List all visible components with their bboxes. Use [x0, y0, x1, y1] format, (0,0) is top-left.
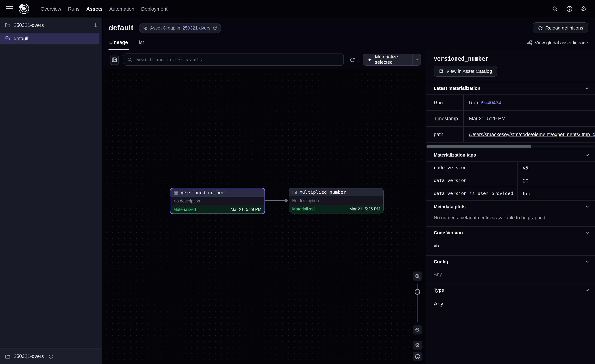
asset-group-icon — [5, 36, 10, 41]
tabs-row: Lineage List View global asset lineage — [102, 36, 595, 50]
scrollbar-thumb[interactable] — [426, 145, 531, 148]
asset-group-icon — [143, 25, 148, 30]
collapse-sidebar-button[interactable] — [110, 54, 119, 65]
asset-search[interactable] — [123, 53, 344, 66]
refresh-graph-button[interactable] — [348, 55, 356, 64]
horizontal-scrollbar[interactable] — [426, 145, 595, 148]
page-title: default — [108, 23, 133, 32]
section-config[interactable]: Config — [426, 255, 595, 268]
lineage-toolbar: Materialize selected — [102, 50, 426, 69]
external-link-icon — [439, 69, 444, 74]
menu-icon[interactable] — [6, 6, 13, 11]
feedback-smiley-icon[interactable] — [413, 352, 422, 361]
tab-list[interactable]: List — [135, 36, 145, 50]
topnav-actions: ⚙ — [550, 3, 589, 14]
section-metadata-plots[interactable]: Metadata plots — [426, 200, 595, 213]
asset-description: No description — [170, 197, 264, 205]
lineage-graph-icon — [527, 40, 532, 45]
table-row: code_version v5 — [426, 161, 595, 174]
table-row: Run Run c9a40434 — [426, 94, 595, 110]
sidebar-footer[interactable]: 250321-dvers — [0, 348, 102, 364]
lineage-edge — [265, 200, 288, 201]
tab-lineage[interactable]: Lineage — [108, 36, 129, 50]
section-materialization-tags[interactable]: Materialization tags — [426, 149, 595, 161]
config-value: Any — [426, 268, 595, 284]
chevron-down-icon[interactable] — [585, 288, 590, 293]
asset-sidebar: 250321-dvers 1 default 250321-dvers — [0, 17, 102, 364]
table-icon — [173, 190, 178, 195]
zoom-out-button[interactable] — [413, 325, 422, 335]
page-header: default Asset Group in 250321-dvers — [102, 17, 595, 36]
asset-name: multiplied_number — [299, 190, 346, 195]
status-badge: Materialized — [173, 207, 196, 211]
nav-item-overview[interactable]: Overview — [37, 4, 64, 14]
gear-icon[interactable]: ⚙ — [578, 3, 589, 14]
chevron-down-icon[interactable] — [585, 86, 590, 91]
app: Overview Runs Assets Automation Deployme… — [0, 0, 595, 364]
nav-item-runs[interactable]: Runs — [64, 4, 83, 14]
asset-detail-title: versioned_number — [426, 50, 595, 66]
zoom-slider-handle[interactable] — [415, 289, 420, 295]
run-id-link[interactable]: c9a40434 — [480, 100, 501, 105]
chevron-down-icon[interactable] — [585, 204, 590, 209]
view-global-lineage-link[interactable]: View global asset lineage — [527, 40, 588, 45]
zoom-slider[interactable] — [413, 283, 422, 323]
zoom-in-button[interactable] — [413, 272, 422, 280]
chevron-down-icon[interactable] — [585, 231, 590, 235]
chevron-down-icon[interactable] — [585, 259, 590, 264]
path-link[interactable]: /Users/smackesey/stm/code/elementl/exper… — [469, 132, 595, 137]
lineage-canvas[interactable]: versioned_number No description Material… — [102, 69, 426, 364]
folder-icon — [5, 22, 10, 28]
main-nav: Overview Runs Assets Automation Deployme… — [37, 4, 171, 14]
refresh-icon[interactable] — [212, 26, 217, 30]
materialize-dropdown-caret[interactable] — [412, 54, 421, 65]
section-code-version[interactable]: Code Version — [426, 226, 595, 239]
reload-definitions-button[interactable]: Reload definitions — [533, 22, 588, 33]
sidebar-group-row[interactable]: 250321-dvers 1 — [0, 17, 102, 33]
table-icon — [292, 190, 297, 195]
folder-icon — [5, 354, 10, 359]
metadata-plots-empty-text: No numeric metadata entries available to… — [426, 213, 595, 226]
section-type[interactable]: Type — [426, 284, 595, 296]
sidebar-footer-label: 250321-dvers — [14, 353, 44, 359]
type-value: Any — [426, 296, 595, 314]
help-icon[interactable] — [564, 3, 574, 14]
table-row: path /Users/smackesey/stm/code/elementl/… — [426, 126, 595, 142]
view-in-asset-catalog-button[interactable]: View in Asset Catalog — [434, 66, 497, 77]
canvas-settings-gear-icon[interactable]: ⚙ — [413, 341, 422, 350]
sidebar-item-label: default — [14, 35, 28, 41]
nav-item-automation[interactable]: Automation — [106, 4, 138, 14]
refresh-icon[interactable] — [48, 354, 53, 359]
asset-search-input[interactable] — [135, 56, 340, 63]
materialization-time: Mar 21, 5:29 PM — [231, 207, 261, 211]
materialize-selected-button[interactable]: Materialize selected — [363, 54, 421, 65]
asset-name: versioned_number — [181, 190, 225, 195]
latest-materialization-table: Run Run c9a40434 Timestamp Mar 21, 5:29 … — [426, 94, 595, 142]
canvas-controls: ⚙ — [413, 272, 422, 361]
badge-repo-link[interactable]: 250321-dvers — [183, 25, 210, 30]
materialization-time: Mar 21, 5:25 PM — [349, 207, 380, 211]
reload-icon — [538, 25, 543, 30]
chevron-down-icon[interactable] — [585, 153, 590, 158]
table-row: Timestamp Mar 21, 5:29 PM — [426, 110, 595, 126]
asset-node-multiplied-number[interactable]: multiplied_number No description Materia… — [289, 188, 384, 214]
nav-item-assets[interactable]: Assets — [83, 4, 106, 14]
dagster-logo[interactable] — [18, 3, 30, 14]
asset-detail-panel: versioned_number View in Asset Catalog L… — [426, 50, 595, 364]
sparkle-icon — [367, 57, 372, 62]
lineage-pane: Materialize selected — [102, 50, 426, 364]
search-icon — [127, 57, 133, 62]
search-icon[interactable] — [550, 3, 560, 14]
asset-node-versioned-number[interactable]: versioned_number No description Material… — [170, 188, 265, 214]
sidebar-item-default[interactable]: default — [0, 33, 99, 44]
status-badge: Materialized — [292, 207, 315, 211]
table-row: data_version 20 — [426, 174, 595, 187]
section-latest-materialization[interactable]: Latest materialization — [426, 82, 595, 94]
asset-description: No description — [289, 196, 383, 205]
nav-item-deployment[interactable]: Deployment — [138, 4, 171, 14]
top-nav: Overview Runs Assets Automation Deployme… — [0, 0, 595, 17]
badge-prefix: Asset Group in — [150, 25, 180, 30]
sidebar-group-label: 250321-dvers — [14, 22, 44, 28]
main-area: default Asset Group in 250321-dvers — [102, 17, 595, 364]
code-version-value: v5 — [426, 239, 595, 255]
